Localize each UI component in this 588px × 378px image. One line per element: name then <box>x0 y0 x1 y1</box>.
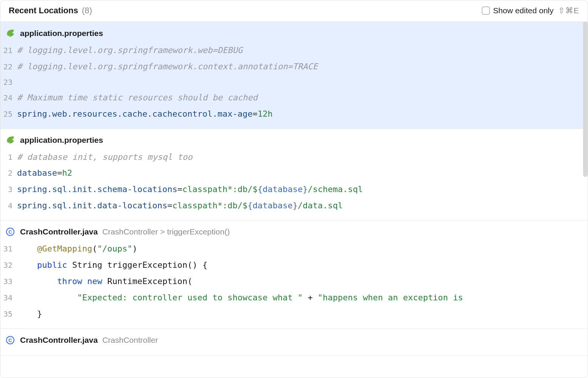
svg-text:C: C <box>8 337 12 343</box>
code-content: throw new RuntimeException( <box>17 273 193 290</box>
svg-text:C: C <box>8 229 12 235</box>
line-number: 23 <box>0 75 17 90</box>
line-number: 3 <box>0 182 17 197</box>
code-content: "Expected: controller used to showcase w… <box>17 290 463 306</box>
code-line[interactable]: 22# logging.level.org.springframework.co… <box>0 59 588 75</box>
file-header-row[interactable]: application.properties <box>0 135 588 149</box>
line-number: 25 <box>0 107 17 122</box>
spring-boot-icon <box>5 28 16 39</box>
line-number: 22 <box>0 59 17 74</box>
location-item[interactable]: CCrashController.javaCrashController <box>0 329 588 356</box>
header-left: Recent Locations (8) <box>9 6 92 16</box>
code-preview: 31 @GetMapping("/oups")32 public String … <box>0 241 588 322</box>
code-line[interactable]: 2database=h2 <box>0 165 588 181</box>
code-line[interactable]: 33 throw new RuntimeException( <box>0 273 588 290</box>
line-number: 21 <box>0 43 17 58</box>
java-class-icon: C <box>5 335 16 345</box>
recent-locations-popup: Recent Locations (8) Show edited only ⇧⌘… <box>0 0 588 378</box>
code-line[interactable]: 4spring.sql.init.data-locations=classpat… <box>0 198 588 214</box>
line-number: 35 <box>0 307 17 322</box>
line-number: 31 <box>0 242 17 256</box>
header: Recent Locations (8) Show edited only ⇧⌘… <box>0 0 588 22</box>
code-preview: 1# database init, supports mysql too2dat… <box>0 149 588 214</box>
code-line[interactable]: 34 "Expected: controller used to showcas… <box>0 290 588 306</box>
show-edited-label[interactable]: Show edited only <box>493 6 554 15</box>
code-content: spring.sql.init.data-locations=classpath… <box>17 198 343 214</box>
file-name: CrashController.java <box>20 227 98 236</box>
code-preview: 21# logging.level.org.springframework.we… <box>0 42 588 122</box>
code-content: spring.sql.init.schema-locations=classpa… <box>17 181 363 198</box>
code-line[interactable]: 3spring.sql.init.schema-locations=classp… <box>0 181 588 198</box>
line-number: 1 <box>0 150 17 165</box>
code-content: public String triggerException() { <box>17 257 207 273</box>
code-line[interactable]: 21# logging.level.org.springframework.we… <box>0 42 588 59</box>
breadcrumb: CrashController > triggerException() <box>102 227 230 236</box>
code-line[interactable]: 24# Maximum time static resources should… <box>0 90 588 106</box>
file-header-row[interactable]: CCrashController.javaCrashController <box>0 335 588 349</box>
locations-list[interactable]: application.properties21# logging.level.… <box>0 22 588 378</box>
code-content: # logging.level.org.springframework.web=… <box>17 42 243 59</box>
location-count: (8) <box>82 6 92 16</box>
file-name: application.properties <box>20 136 103 145</box>
code-line[interactable]: 25spring.web.resources.cache.cachecontro… <box>0 106 588 122</box>
java-class-icon: C <box>5 226 16 237</box>
line-number: 34 <box>0 291 17 305</box>
breadcrumb: CrashController <box>102 336 158 345</box>
location-item[interactable]: CCrashController.javaCrashController > t… <box>0 220 588 328</box>
code-content: # Maximum time static resources should b… <box>17 90 258 106</box>
file-name: CrashController.java <box>20 336 98 345</box>
spring-boot-icon <box>5 135 16 145</box>
code-content: # database init, supports mysql too <box>17 149 193 166</box>
code-line[interactable]: 31 @GetMapping("/oups") <box>0 241 588 257</box>
code-content: } <box>17 306 42 322</box>
line-number: 4 <box>0 198 17 213</box>
page-title: Recent Locations <box>9 6 78 16</box>
code-content: database=h2 <box>17 165 72 181</box>
line-number: 2 <box>0 166 17 181</box>
code-line[interactable]: 35 } <box>0 306 588 322</box>
file-header-row[interactable]: CCrashController.javaCrashController > t… <box>0 226 588 241</box>
line-number: 32 <box>0 258 17 273</box>
line-number: 33 <box>0 274 17 289</box>
code-content: @GetMapping("/oups") <box>17 241 137 257</box>
code-content: spring.web.resources.cache.cachecontrol.… <box>17 106 273 122</box>
file-name: application.properties <box>20 29 103 38</box>
code-content: # logging.level.org.springframework.cont… <box>17 59 318 75</box>
code-line[interactable]: 32 public String triggerException() { <box>0 257 588 273</box>
scrollbar-thumb[interactable] <box>583 22 588 177</box>
keyboard-shortcut: ⇧⌘E <box>558 6 579 15</box>
header-right: Show edited only ⇧⌘E <box>482 6 579 15</box>
line-number: 24 <box>0 91 17 105</box>
location-item[interactable]: application.properties1# database init, … <box>0 129 588 221</box>
location-item[interactable]: application.properties21# logging.level.… <box>0 22 588 129</box>
file-header-row[interactable]: application.properties <box>0 28 588 42</box>
code-line[interactable]: 1# database init, supports mysql too <box>0 149 588 166</box>
show-edited-checkbox[interactable] <box>482 6 490 15</box>
code-line[interactable]: 23 <box>0 75 588 90</box>
